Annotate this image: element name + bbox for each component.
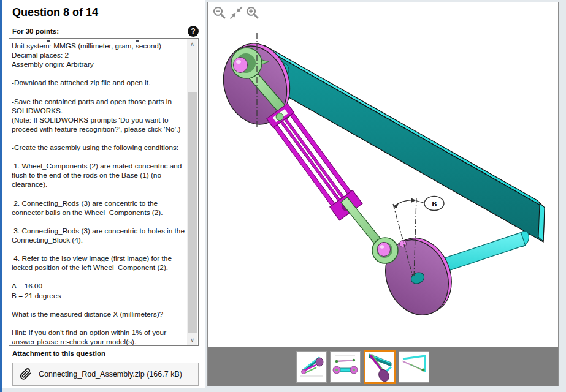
- paperclip-icon: [19, 368, 33, 381]
- base-part: [264, 45, 545, 242]
- scroll-up-icon[interactable]: ∧: [187, 39, 197, 49]
- assembly-3d-view: B: [208, 2, 558, 347]
- zoom-in-icon[interactable]: [245, 6, 260, 20]
- question-scrollbar[interactable]: ∧ ∨: [187, 39, 197, 345]
- scroll-down-icon[interactable]: ∨: [187, 335, 197, 345]
- attachment-download-button[interactable]: Connecting_Rod_Assembly.zip (166.7 kB): [12, 363, 199, 386]
- model-viewer[interactable]: B: [208, 2, 558, 347]
- zoom-fit-icon[interactable]: [229, 6, 243, 20]
- scrollbar-thumb[interactable]: [188, 92, 197, 333]
- thumbnail-front-view[interactable]: [330, 351, 361, 383]
- attachment-section-label: Attachment to this question: [12, 350, 105, 357]
- help-icon[interactable]: ?: [188, 26, 199, 37]
- thumbnail-iso-view[interactable]: [296, 351, 327, 383]
- attachment-file-label: Connecting_Rod_Assembly.zip (166.7 kB): [39, 370, 182, 379]
- question-text: Unit system: MMGS (millimeter, gram, sec…: [12, 42, 187, 346]
- question-panel: Question 8 of 14 For 30 points: ? Unit s…: [2, 0, 205, 388]
- page-title: Question 8 of 14: [12, 6, 98, 19]
- question-textarea[interactable]: Unit system: MMGS (millimeter, gram, sec…: [9, 38, 199, 346]
- viewer-toolbar: [212, 6, 260, 20]
- thumbnail-strip: [208, 347, 558, 386]
- thumbnail-dimension-view[interactable]: [364, 350, 396, 384]
- balloon-b-label: B: [432, 199, 437, 208]
- zoom-out-icon[interactable]: [212, 6, 227, 20]
- points-label: For 30 points:: [12, 28, 59, 35]
- rod-end-ring-bottom: [372, 238, 398, 263]
- image-viewer-panel: B: [207, 2, 559, 386]
- connector-ball: [234, 58, 248, 73]
- thumbnail-side-view[interactable]: [399, 351, 429, 383]
